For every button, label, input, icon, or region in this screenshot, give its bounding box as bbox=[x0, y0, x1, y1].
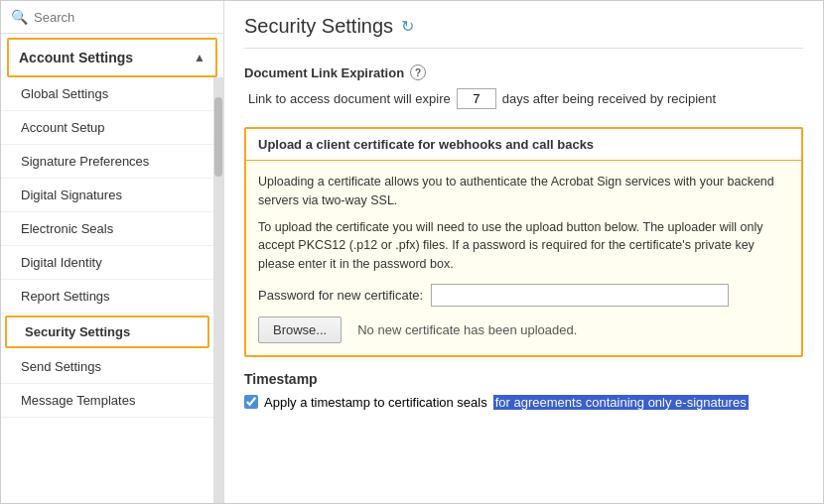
sidebar-item-electronic-seals[interactable]: Electronic Seals bbox=[1, 212, 213, 246]
cert-desc-1: Uploading a certificate allows you to au… bbox=[258, 173, 789, 210]
page-title: Security Settings bbox=[244, 15, 393, 38]
expiry-row: Link to access document will expire days… bbox=[248, 88, 803, 109]
help-icon[interactable]: ? bbox=[410, 64, 426, 80]
sidebar-item-signature-preferences[interactable]: Signature Preferences bbox=[1, 145, 213, 179]
sidebar-item-global-settings[interactable]: Global Settings bbox=[1, 77, 213, 111]
sidebar-item-send-settings[interactable]: Send Settings bbox=[1, 350, 213, 384]
sidebar-content: Global SettingsAccount SetupSignature Pr… bbox=[1, 77, 223, 503]
account-settings-header[interactable]: Account Settings ▲ bbox=[9, 40, 215, 75]
search-input[interactable] bbox=[34, 10, 213, 25]
expiry-text-before: Link to access document will expire bbox=[248, 91, 451, 106]
cert-box-body: Uploading a certificate allows you to au… bbox=[246, 161, 801, 355]
cert-password-label: Password for new certificate: bbox=[258, 288, 423, 303]
timestamp-section: Timestamp Apply a timestamp to certifica… bbox=[244, 371, 803, 410]
doc-link-expiration-section: Document Link Expiration ? Link to acces… bbox=[244, 64, 803, 109]
expiry-text-after: days after being received by recipient bbox=[502, 91, 716, 106]
checkbox-label-before: Apply a timestamp to certification seals bbox=[264, 395, 487, 410]
browse-row: Browse... No new certificate has been up… bbox=[258, 316, 789, 343]
main-content: Security Settings ↻ Document Link Expira… bbox=[224, 1, 823, 503]
sidebar-item-message-templates[interactable]: Message Templates bbox=[1, 384, 213, 418]
cert-desc-2: To upload the certificate you will need … bbox=[258, 218, 789, 274]
sidebar-item-report-settings[interactable]: Report Settings bbox=[1, 280, 213, 314]
timestamp-title: Timestamp bbox=[244, 371, 803, 387]
search-box[interactable]: 🔍 bbox=[1, 1, 223, 34]
sidebar-item-account-setup[interactable]: Account Setup bbox=[1, 111, 213, 145]
sidebar-item-digital-signatures[interactable]: Digital Signatures bbox=[1, 179, 213, 212]
timestamp-checkbox-row: Apply a timestamp to certification seals… bbox=[244, 395, 803, 410]
sidebar-item-digital-identity[interactable]: Digital Identity bbox=[1, 246, 213, 280]
scrollbar-thumb[interactable] bbox=[214, 97, 222, 177]
checkbox-label-highlighted: for agreements containing only e-signatu… bbox=[493, 395, 749, 410]
cert-description: Uploading a certificate allows you to au… bbox=[258, 173, 789, 274]
page-header: Security Settings ↻ bbox=[244, 15, 803, 49]
account-settings-section: Account Settings ▲ bbox=[7, 38, 217, 77]
refresh-icon[interactable]: ↻ bbox=[401, 17, 414, 36]
no-cert-text: No new certificate has been uploaded. bbox=[357, 322, 577, 337]
sidebar-item-security-settings[interactable]: Security Settings bbox=[5, 315, 209, 348]
timestamp-checkbox[interactable] bbox=[244, 395, 258, 409]
section-label: Document Link Expiration ? bbox=[244, 64, 803, 80]
scrollbar-track[interactable] bbox=[213, 77, 223, 503]
cert-password-input[interactable] bbox=[431, 284, 729, 307]
search-icon: 🔍 bbox=[11, 9, 28, 25]
cert-box-header: Upload a client certificate for webhooks… bbox=[246, 129, 801, 161]
browse-button[interactable]: Browse... bbox=[258, 316, 342, 343]
sidebar-nav: Global SettingsAccount SetupSignature Pr… bbox=[1, 77, 213, 503]
cert-form-row: Password for new certificate: bbox=[258, 284, 789, 307]
chevron-up-icon: ▲ bbox=[194, 51, 206, 64]
cert-section: Upload a client certificate for webhooks… bbox=[244, 127, 803, 357]
account-settings-label: Account Settings bbox=[19, 50, 133, 65]
expiry-days-input[interactable] bbox=[457, 88, 496, 109]
doc-link-label: Document Link Expiration bbox=[244, 65, 404, 80]
